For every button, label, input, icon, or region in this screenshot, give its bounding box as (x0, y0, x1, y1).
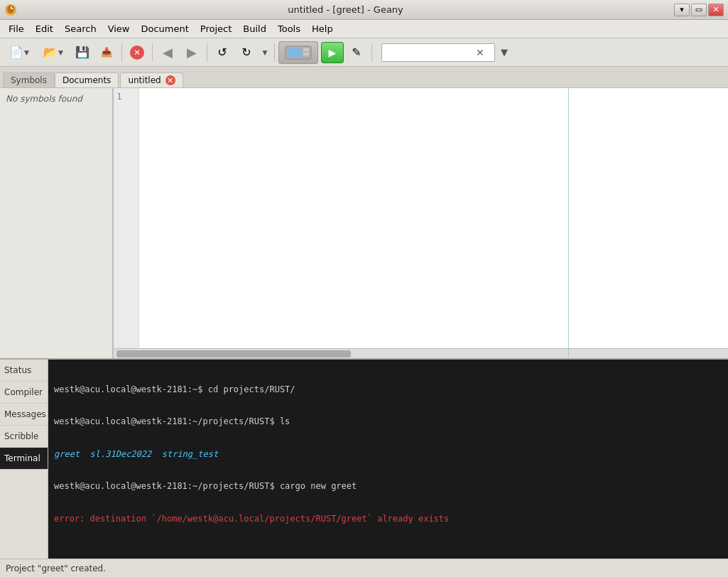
toolbar: 📄 ▼ 📂 ▼ 💾 📥 ✕ ◀ ▶ ↺ ↻ ▼ ▶ ✎ (0, 38, 728, 67)
line-number-1: 1 (116, 91, 136, 102)
new-file-icon: 📄 (9, 45, 23, 59)
toolbar-sep-5 (371, 43, 372, 62)
svg-rect-5 (288, 48, 302, 57)
menu-document[interactable]: Document (135, 22, 194, 36)
doc-tab-close-button[interactable]: ✕ (165, 75, 175, 85)
window-minimize-button[interactable]: ▾ (674, 4, 690, 16)
symbols-panel: No symbols found (0, 88, 114, 358)
tab-compiler[interactable]: Compiler (0, 382, 48, 404)
editor-area: 1 (114, 88, 728, 358)
run-button[interactable]: ▶ (321, 42, 344, 63)
compile-icon-area (278, 41, 318, 64)
redo-button[interactable]: ↻ (235, 42, 258, 63)
close-icon: ✕ (130, 45, 144, 60)
save-as-icon: 📥 (101, 47, 112, 58)
save-as-button[interactable]: 📥 (95, 42, 118, 63)
new-file-button[interactable]: 📄 ▼ (3, 42, 36, 63)
toolbar-sep-1 (121, 43, 122, 62)
svg-point-3 (12, 6, 13, 8)
menu-build[interactable]: Build (237, 22, 272, 36)
menu-view[interactable]: View (102, 22, 136, 36)
menu-search[interactable]: Search (59, 22, 102, 36)
svg-point-1 (7, 5, 14, 14)
statusbar: Project "greet" created. (0, 559, 728, 577)
new-file-dropdown-arrow[interactable]: ▼ (24, 49, 29, 56)
open-file-button[interactable]: 📂 ▼ (37, 42, 70, 63)
menu-tools[interactable]: Tools (272, 22, 306, 36)
window-maximize-button[interactable]: ▭ (691, 4, 707, 16)
menubar: File Edit Search View Document Project B… (0, 20, 728, 38)
toolbar-sep-3 (207, 43, 207, 62)
open-file-icon: 📂 (43, 45, 58, 59)
menu-file[interactable]: File (3, 22, 30, 36)
save-icon: 💾 (75, 45, 89, 59)
menu-edit[interactable]: Edit (30, 22, 59, 36)
titlebar: untitled - [greet] - Geany ▾ ▭ ✕ (0, 0, 728, 20)
tab-terminal[interactable]: Terminal (0, 448, 48, 470)
tab-symbols[interactable]: Symbols (3, 72, 55, 87)
terminal-line-3: greet sl.31Dec2022 string_test (54, 448, 722, 460)
svg-rect-7 (303, 53, 309, 55)
tabs-row: Symbols Documents untitled ✕ (0, 67, 728, 88)
window-close-button[interactable]: ✕ (708, 4, 724, 16)
status-text: Project "greet" created. (6, 563, 106, 573)
terminal-line-4: westk@acu.local@westk-2181:~/projects/RU… (54, 480, 722, 492)
compile-icon (284, 45, 313, 60)
run-play-icon: ▶ (329, 47, 337, 58)
horizontal-scroll-thumb[interactable] (116, 350, 351, 357)
editor-container: 1 (114, 88, 728, 348)
line-numbers: 1 (114, 88, 139, 348)
toolbar-sep-4 (274, 43, 275, 62)
terminal-line-5: error: destination `/home/westk@acu.loca… (54, 513, 722, 525)
doc-tab-untitled[interactable]: untitled ✕ (120, 72, 183, 87)
search-clear-button[interactable]: ✕ (476, 47, 484, 58)
edit-button[interactable]: ✎ (345, 42, 368, 63)
bottom-panel: Status Compiler Messages Scribble Termin… (0, 358, 728, 559)
terminal-line-1: westk@acu.local@westk-2181:~$ cd project… (54, 384, 722, 396)
tab-documents[interactable]: Documents (55, 72, 119, 87)
window-title: untitled - [greet] - Geany (17, 4, 674, 15)
svg-rect-6 (303, 48, 309, 51)
redo-dropdown-button[interactable]: ▼ (259, 42, 271, 63)
search-input[interactable] (384, 48, 476, 58)
close-tab-button[interactable]: ✕ (126, 42, 148, 63)
tab-scribble[interactable]: Scribble (0, 426, 48, 448)
nav-forward-button[interactable]: ▶ (180, 42, 203, 63)
window-controls[interactable]: ▾ ▭ ✕ (674, 4, 724, 16)
horizontal-scrollbar[interactable] (114, 348, 728, 358)
save-button[interactable]: 💾 (71, 42, 94, 63)
toolbar-sep-2 (152, 43, 153, 62)
titlebar-icon-area (4, 4, 17, 16)
nav-back-button[interactable]: ◀ (156, 42, 179, 63)
terminal-output[interactable]: westk@acu.local@westk-2181:~$ cd project… (48, 360, 728, 559)
code-editor[interactable] (139, 88, 728, 348)
bottom-tabs: Status Compiler Messages Scribble Termin… (0, 360, 48, 559)
main-area: No symbols found 1 (0, 88, 728, 358)
app-icon (4, 4, 17, 16)
tab-messages[interactable]: Messages (0, 404, 48, 426)
doc-tab-label: untitled (128, 75, 161, 85)
open-file-dropdown-arrow[interactable]: ▼ (58, 49, 63, 56)
no-symbols-text: No symbols found (0, 88, 112, 109)
search-dropdown-button[interactable]: ▼ (498, 46, 511, 59)
menu-project[interactable]: Project (195, 22, 237, 36)
undo-button[interactable]: ↺ (211, 42, 234, 63)
toolbar-search-wrap: ✕ (381, 43, 495, 62)
terminal-line-2: westk@acu.local@westk-2181:~/projects/RU… (54, 416, 722, 428)
tab-status[interactable]: Status (0, 360, 48, 382)
menu-help[interactable]: Help (306, 22, 339, 36)
